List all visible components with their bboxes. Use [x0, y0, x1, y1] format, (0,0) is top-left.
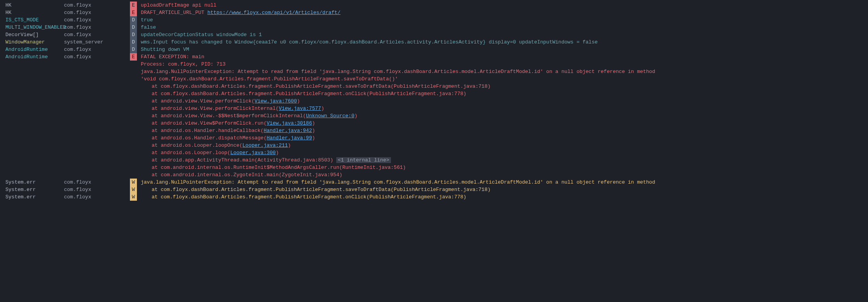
- log-message-text: at android.view.View.-$$Nest$mperformCli…: [152, 113, 306, 119]
- log-message-text: at android.view.View.performClick(: [152, 98, 254, 104]
- log-row[interactable]: DecorView[]com.floyxDupdateDecorCaptionS…: [0, 31, 868, 38]
- log-message-text: at com.floyx.dashBoard.Articles.fragment…: [152, 91, 466, 97]
- log-message-text: updateDecorCaptionStatus windowMode is 1: [141, 32, 262, 38]
- log-package: com.floyx: [64, 186, 130, 193]
- log-package: com.floyx: [64, 24, 130, 31]
- log-message-text: at com.floyx.dashBoard.Articles.fragment…: [152, 194, 466, 200]
- log-message[interactable]: java.lang.NullPointerException: Attempt …: [137, 68, 868, 75]
- log-tag: AndroidRuntime: [0, 46, 64, 53]
- log-message-text: java.lang.NullPointerException: Attempt …: [141, 179, 655, 185]
- log-message[interactable]: at android.app.ActivityThread.main(Activ…: [137, 156, 868, 164]
- log-row[interactable]: WindowManagersystem_serverDwms.Input foc…: [0, 38, 868, 46]
- log-row[interactable]: at android.os.Looper.loopOnce(Looper.jav…: [0, 142, 868, 149]
- source-link[interactable]: Unknown Source:0: [306, 113, 354, 119]
- log-tag: System.err: [0, 179, 64, 186]
- source-link[interactable]: Handler.java:942: [264, 128, 312, 134]
- log-message-text: at com.floyx.dashBoard.Articles.fragment…: [152, 187, 491, 193]
- log-row[interactable]: Process: com.floyx, PID: 713: [0, 61, 868, 68]
- logcat-output[interactable]: HKcom.floyxEuploadDraftImage api nullHKc…: [0, 0, 868, 202]
- log-message[interactable]: at android.os.Handler.handleCallback(Han…: [137, 127, 868, 134]
- log-row[interactable]: at android.os.Handler.dispatchMessage(Ha…: [0, 134, 868, 142]
- log-row[interactable]: AndroidRuntimecom.floyxDShutting down VM: [0, 46, 868, 53]
- log-message[interactable]: at android.view.View.performClick(View.j…: [137, 97, 868, 105]
- log-row[interactable]: at android.app.ActivityThread.main(Activ…: [0, 156, 868, 164]
- log-message[interactable]: 'void com.floyx.dashBoard.Articles.fragm…: [137, 75, 868, 83]
- log-row[interactable]: MULTI_WINDOW_ENABLEDcom.floyxDfalse: [0, 24, 868, 31]
- log-message[interactable]: false: [137, 24, 868, 31]
- log-message[interactable]: at android.view.View$PerformClick.run(Vi…: [137, 120, 868, 127]
- log-row[interactable]: at com.floyx.dashBoard.Articles.fragment…: [0, 90, 868, 97]
- log-message[interactable]: wms.Input focus has changed to Window{ce…: [137, 38, 868, 46]
- log-level-badge: E: [130, 53, 137, 61]
- log-message[interactable]: at android.os.Looper.loopOnce(Looper.jav…: [137, 142, 868, 149]
- log-message-text: at android.os.Looper.loop(: [152, 150, 230, 156]
- log-level-badge: E: [130, 2, 137, 9]
- log-message-text: at android.os.Looper.loopOnce(: [152, 142, 242, 148]
- log-row[interactable]: at com.android.internal.os.ZygoteInit.ma…: [0, 171, 868, 179]
- log-row[interactable]: at android.os.Looper.loop(Looper.java:30…: [0, 149, 868, 156]
- log-message[interactable]: at com.floyx.dashBoard.Articles.fragment…: [137, 90, 868, 97]
- source-link[interactable]: View.java:7577: [279, 106, 321, 111]
- log-message-text: wms.Input focus has changed to Window{ce…: [141, 39, 598, 45]
- log-message[interactable]: Process: com.floyx, PID: 713: [137, 61, 868, 68]
- log-message[interactable]: true: [137, 16, 868, 24]
- log-row[interactable]: java.lang.NullPointerException: Attempt …: [0, 68, 868, 75]
- log-row[interactable]: System.errcom.floyxWjava.lang.NullPointe…: [0, 179, 868, 186]
- log-row[interactable]: at android.view.View.-$$Nest$mperformCli…: [0, 112, 868, 120]
- log-message[interactable]: updateDecorCaptionStatus windowMode is 1: [137, 31, 868, 38]
- log-row[interactable]: at android.view.View.performClick(View.j…: [0, 97, 868, 105]
- log-message[interactable]: at android.os.Looper.loop(Looper.java:30…: [137, 149, 868, 156]
- log-tag: MULTI_WINDOW_ENABLED: [0, 24, 64, 31]
- log-tag: WindowManager: [0, 38, 64, 46]
- log-row[interactable]: AndroidRuntimecom.floyxEFATAL EXCEPTION:…: [0, 53, 868, 61]
- log-message-text: ): [312, 128, 315, 134]
- log-row[interactable]: at android.view.View$PerformClick.run(Vi…: [0, 120, 868, 127]
- log-message-text: at android.view.View.performClickInterna…: [152, 106, 279, 111]
- log-row[interactable]: HKcom.floyxEDRAFT_ARTICLE_URL_PUT https:…: [0, 9, 868, 16]
- log-row[interactable]: HKcom.floyxEuploadDraftImage api null: [0, 2, 868, 9]
- log-message-text: at com.android.internal.os.ZygoteInit.ma…: [152, 172, 342, 178]
- source-link[interactable]: https://www.floyx.com/api/v1/Articles/dr…: [207, 10, 341, 16]
- log-message[interactable]: at com.android.internal.os.ZygoteInit.ma…: [137, 171, 868, 179]
- source-link[interactable]: Looper.java:211: [242, 142, 288, 148]
- collapsed-frames-badge[interactable]: <1 internal line>: [336, 157, 391, 163]
- log-message-text: at com.android.internal.os.RuntimeInit$M…: [152, 165, 406, 170]
- log-message[interactable]: at android.view.View.-$$Nest$mperformCli…: [137, 112, 868, 120]
- log-message[interactable]: FATAL EXCEPTION: main: [137, 53, 868, 61]
- log-message[interactable]: java.lang.NullPointerException: Attempt …: [137, 179, 868, 186]
- log-message[interactable]: at com.floyx.dashBoard.Articles.fragment…: [137, 193, 868, 201]
- log-message[interactable]: Shutting down VM: [137, 46, 868, 53]
- log-message[interactable]: at com.floyx.dashBoard.Articles.fragment…: [137, 83, 868, 90]
- log-row[interactable]: at com.floyx.dashBoard.Articles.fragment…: [0, 83, 868, 90]
- log-level-badge: W: [130, 186, 137, 193]
- log-message[interactable]: at com.android.internal.os.RuntimeInit$M…: [137, 164, 868, 171]
- log-message-text: DRAFT_ARTICLE_URL_PUT: [141, 10, 207, 16]
- log-message-text: at android.os.Handler.handleCallback(: [152, 128, 264, 134]
- log-message[interactable]: at android.os.Handler.dispatchMessage(Ha…: [137, 134, 868, 142]
- log-package: com.floyx: [64, 193, 130, 201]
- log-row[interactable]: at android.view.View.performClickInterna…: [0, 105, 868, 112]
- source-link[interactable]: Handler.java:99: [266, 135, 312, 141]
- log-row[interactable]: 'void com.floyx.dashBoard.Articles.fragm…: [0, 75, 868, 83]
- log-message-text: ): [354, 113, 358, 119]
- log-package: com.floyx: [64, 31, 130, 38]
- source-link[interactable]: View.java:7600: [254, 98, 297, 104]
- log-level-badge: D: [130, 46, 137, 53]
- log-row[interactable]: System.errcom.floyxWat com.floyx.dashBoa…: [0, 186, 868, 193]
- log-tag: HK: [0, 9, 64, 16]
- log-message[interactable]: at android.view.View.performClickInterna…: [137, 105, 868, 112]
- log-message[interactable]: at com.floyx.dashBoard.Articles.fragment…: [137, 186, 868, 193]
- source-link[interactable]: View.java:30186: [266, 120, 312, 126]
- log-tag: IS_CTS_MODE: [0, 16, 64, 24]
- log-message[interactable]: DRAFT_ARTICLE_URL_PUT https://www.floyx.…: [137, 9, 868, 16]
- log-message-text: at android.view.View$PerformClick.run(: [152, 120, 266, 126]
- log-row[interactable]: at android.os.Handler.handleCallback(Han…: [0, 127, 868, 134]
- log-message[interactable]: uploadDraftImage api null: [137, 2, 868, 9]
- log-row[interactable]: at com.android.internal.os.RuntimeInit$M…: [0, 164, 868, 171]
- log-row[interactable]: IS_CTS_MODEcom.floyxDtrue: [0, 16, 868, 24]
- source-link[interactable]: Looper.java:300: [230, 150, 276, 156]
- log-message-text: Process: com.floyx, PID: 713: [141, 61, 225, 67]
- log-message-text: ): [276, 150, 279, 156]
- log-row[interactable]: System.errcom.floyxWat com.floyx.dashBoa…: [0, 193, 868, 201]
- log-tag: AndroidRuntime: [0, 53, 64, 61]
